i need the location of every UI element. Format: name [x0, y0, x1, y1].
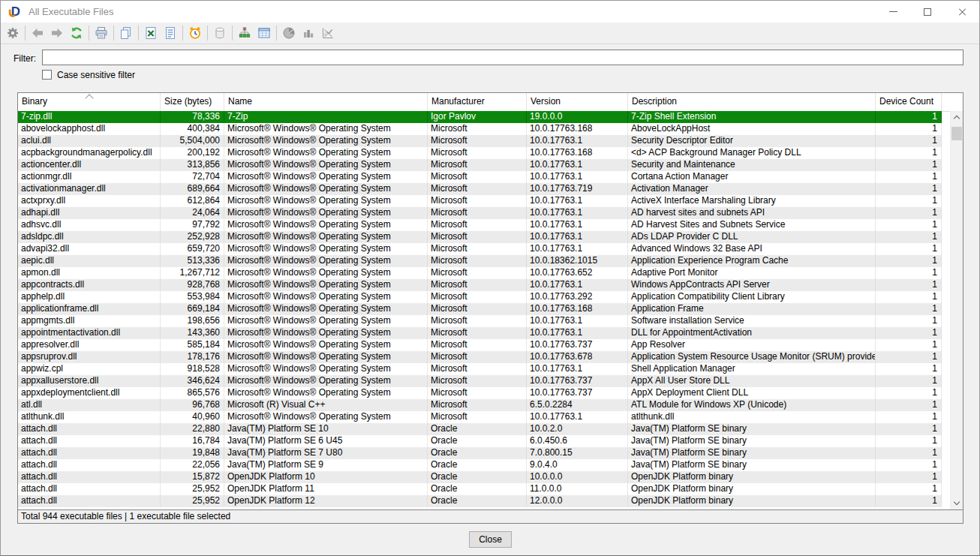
table-row[interactable]: appmgmts.dll198,656Microsoft® Windows® O… — [18, 315, 942, 327]
cell-description: ATL Module for Windows XP (Unicode) — [628, 399, 876, 411]
table-row[interactable]: appsruprov.dll178,176Microsoft® Windows®… — [18, 351, 942, 363]
table-row[interactable]: appxdeploymentclient.dll865,576Microsoft… — [18, 387, 942, 399]
bar-chart-button[interactable] — [299, 24, 318, 43]
table-row[interactable]: adsldpc.dll252,928Microsoft® Windows® Op… — [18, 231, 942, 243]
table-row[interactable]: apphelp.dll553,984Microsoft® Windows® Op… — [18, 291, 942, 303]
executables-table: BinarySize (bytes)NameManufacturerVersio… — [17, 92, 963, 510]
close-button[interactable]: Close — [469, 531, 512, 548]
cell-size-bytes: 865,576 — [161, 387, 224, 399]
table-row[interactable]: actxprxy.dll612,864Microsoft® Windows® O… — [18, 195, 942, 207]
table-row[interactable]: appxalluserstore.dll346,624Microsoft® Wi… — [18, 375, 942, 387]
cell-device-count: 1 — [876, 279, 942, 291]
cell-binary: appointmentactivation.dll — [18, 327, 161, 339]
table-row[interactable]: abovelockapphost.dll400,384Microsoft® Wi… — [18, 123, 942, 135]
table-row[interactable]: actioncenter.dll313,856Microsoft® Window… — [18, 159, 942, 171]
cell-device-count: 1 — [876, 243, 942, 255]
close-window-button[interactable] — [945, 1, 979, 23]
table-row[interactable]: adhapi.dll24,064Microsoft® Windows® Oper… — [18, 207, 942, 219]
table-row[interactable]: attach.dll22,056Java(TM) Platform SE 9Or… — [18, 459, 942, 471]
cell-size-bytes: 200,192 — [161, 147, 224, 159]
close-icon — [957, 8, 966, 17]
database-button[interactable] — [210, 24, 230, 43]
cell-version: 10.0.17763.168 — [527, 147, 628, 159]
cell-manufacturer: Microsoft — [428, 411, 527, 423]
cell-description: DLL for AppointmentActivation — [628, 327, 876, 339]
export-report-button[interactable] — [161, 24, 180, 43]
grid-view-button[interactable] — [254, 24, 274, 43]
cell-binary: 7-zip.dll — [18, 111, 161, 123]
cell-device-count: 1 — [876, 147, 942, 159]
device-tree-button[interactable] — [235, 24, 254, 43]
cell-version: 10.0.17763.1 — [527, 327, 628, 339]
forward-arrow-button[interactable] — [47, 24, 67, 43]
table-row[interactable]: aclui.dll5,504,000Microsoft® Windows® Op… — [18, 135, 942, 147]
table-row[interactable]: apmon.dll1,267,712Microsoft® Windows® Op… — [18, 267, 942, 279]
cell-binary: attach.dll — [18, 435, 161, 447]
cell-size-bytes: 1,267,712 — [161, 267, 224, 279]
maximize-button[interactable] — [910, 1, 945, 23]
toolbar-separator — [89, 26, 89, 41]
cell-name: Java(TM) Platform SE 7 U80 — [224, 447, 428, 459]
table-row[interactable]: adhsvc.dll97,792Microsoft® Windows® Oper… — [18, 219, 942, 231]
cell-description: 7-Zip Shell Extension — [628, 111, 876, 123]
table-row[interactable]: attach.dll15,872OpenJDK Platform 10Oracl… — [18, 471, 942, 483]
table-row[interactable]: 7-zip.dll78,3367-ZipIgor Pavlov19.0.0.07… — [18, 111, 942, 123]
back-arrow-button[interactable] — [28, 24, 47, 43]
table-row[interactable]: attach.dll16,784Java(TM) Platform SE 6 U… — [18, 435, 942, 447]
pie-chart-button[interactable] — [279, 24, 299, 43]
cell-device-count: 1 — [876, 435, 942, 447]
scroll-up-button[interactable] — [951, 111, 963, 124]
cell-binary: appmgmts.dll — [18, 315, 161, 327]
toolbar — [1, 23, 979, 44]
column-header-device-count[interactable]: Device Count — [876, 93, 942, 111]
vertical-scrollbar[interactable] — [950, 111, 963, 509]
table-row[interactable]: attach.dll22,880Java(TM) Platform SE 10O… — [18, 423, 942, 435]
table-row[interactable]: attach.dll25,952OpenJDK Platform 11Oracl… — [18, 483, 942, 495]
table-row[interactable]: advapi32.dll659,720Microsoft® Windows® O… — [18, 243, 942, 255]
cell-size-bytes: 585,184 — [161, 339, 224, 351]
cell-name: Microsoft® Windows® Operating System — [224, 255, 428, 267]
column-header-size-bytes[interactable]: Size (bytes) — [161, 93, 224, 111]
table-row[interactable]: appointmentactivation.dll143,360Microsof… — [18, 327, 942, 339]
refresh-button[interactable] — [67, 24, 86, 43]
cell-name: Microsoft® Windows® Operating System — [224, 135, 428, 147]
table-row[interactable]: appwiz.cpl918,528Microsoft® Windows® Ope… — [18, 363, 942, 375]
table-row[interactable]: actionmgr.dll72,704Microsoft® Windows® O… — [18, 171, 942, 183]
print-button[interactable] — [92, 24, 111, 43]
column-header-name[interactable]: Name — [224, 93, 428, 111]
cell-size-bytes: 40,960 — [161, 411, 224, 423]
table-row[interactable]: aepic.dll513,336Microsoft® Windows® Oper… — [18, 255, 942, 267]
line-chart-button[interactable] — [318, 24, 338, 43]
filter-input[interactable] — [42, 50, 963, 65]
table-row[interactable]: attach.dll25,952OpenJDK Platform 12Oracl… — [18, 495, 942, 507]
schedule-clock-button[interactable] — [185, 24, 205, 43]
table-row[interactable]: applicationframe.dll669,184Microsoft® Wi… — [18, 303, 942, 315]
column-header-label: Device Count — [879, 96, 933, 107]
print-icon — [95, 26, 108, 40]
cell-name: Microsoft® Windows® Operating System — [224, 315, 428, 327]
table-row[interactable]: acpbackgroundmanagerpolicy.dll200,192Mic… — [18, 147, 942, 159]
cell-version: 10.0.17763.1 — [527, 219, 628, 231]
table-row[interactable]: appresolver.dll585,184Microsoft® Windows… — [18, 339, 942, 351]
copy-button[interactable] — [116, 24, 136, 43]
case-sensitive-checkbox[interactable] — [42, 70, 52, 80]
table-row[interactable]: atlthunk.dll40,960Microsoft® Windows® Op… — [18, 411, 942, 423]
column-header-binary[interactable]: Binary — [18, 93, 161, 111]
cell-name: OpenJDK Platform 11 — [224, 483, 428, 495]
scroll-down-button[interactable] — [951, 497, 963, 509]
scrollbar-thumb[interactable] — [951, 127, 962, 140]
export-excel-button[interactable] — [141, 24, 161, 43]
minimize-button[interactable] — [876, 1, 910, 23]
column-header-description[interactable]: Description — [628, 93, 876, 111]
cell-size-bytes: 689,664 — [161, 183, 224, 195]
cell-manufacturer: Microsoft — [428, 339, 527, 351]
table-row[interactable]: atl.dll96,768Microsoft (R) Visual C++Mic… — [18, 399, 942, 411]
table-row[interactable]: attach.dll19,848Java(TM) Platform SE 7 U… — [18, 447, 942, 459]
cell-size-bytes: 25,952 — [161, 483, 224, 495]
column-header-manufacturer[interactable]: Manufacturer — [428, 93, 527, 111]
column-header-version[interactable]: Version — [527, 93, 628, 111]
line-chart-icon — [321, 26, 335, 40]
table-row[interactable]: appcontracts.dll928,768Microsoft® Window… — [18, 279, 942, 291]
settings-gear-button[interactable] — [3, 24, 23, 43]
table-row[interactable]: activationmanager.dll689,664Microsoft® W… — [18, 183, 942, 195]
